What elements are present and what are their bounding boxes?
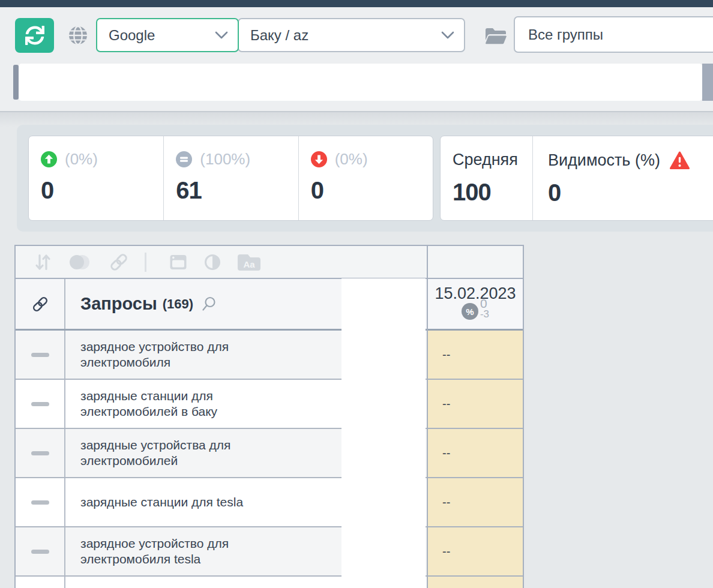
keyword-text: зарядное устройство для электромобиля te… <box>80 536 287 568</box>
down-arrow-circle-icon <box>311 151 327 167</box>
stat-card-up: (0%) 0 <box>29 136 163 220</box>
keyword-text: зарядные устройства для электромобилей <box>80 437 287 469</box>
date-column: 15.02.2023 % 0 -3 -- -- -- -- -- <box>428 245 524 588</box>
position-cell: -- <box>428 527 523 577</box>
scroll-handle-right[interactable] <box>702 64 713 101</box>
chevron-down-icon <box>215 31 228 39</box>
group-select[interactable]: Все группы <box>514 16 713 53</box>
visibility-label: Видимость (%) <box>548 151 660 170</box>
drag-handle[interactable] <box>31 353 49 357</box>
drag-handle[interactable] <box>31 550 49 554</box>
warning-icon[interactable] <box>670 151 690 170</box>
keyword-text: зарядные станции для электромобилей в ба… <box>80 388 287 420</box>
queries-count: (169) <box>163 296 193 312</box>
search-icon[interactable] <box>200 296 217 312</box>
position-change-cards: (0%) 0 (100%) 61 (0%) 0 <box>28 136 433 221</box>
date-label: 15.02.2023 <box>428 284 523 302</box>
link-column-header[interactable] <box>16 279 65 329</box>
drag-handle[interactable] <box>31 451 49 455</box>
average-value: 100 <box>453 179 532 206</box>
position-cell: -- <box>428 380 523 429</box>
hidden-columns-overlay <box>341 278 426 588</box>
position-cell: -- <box>428 478 523 527</box>
columns-icon[interactable] <box>169 254 187 271</box>
change-up-value: 0 <box>480 298 489 310</box>
up-arrow-circle-icon <box>41 151 57 167</box>
stat-card-average: Средняя 100 <box>441 136 532 220</box>
keyword-text: зарядное устройство для электромобиля <box>80 339 287 371</box>
up-percent: (0%) <box>65 150 98 169</box>
filters-toolbar: Google Баку / az Все группы <box>0 7 713 111</box>
percent-badge-icon: % <box>462 303 478 320</box>
region-value: Баку / az <box>250 27 308 44</box>
position-cell-partial <box>428 577 523 588</box>
visibility-value: 0 <box>548 179 713 206</box>
date-change-indicator: % 0 -3 <box>428 303 523 320</box>
change-down-value: -3 <box>480 310 489 319</box>
target-icon[interactable] <box>68 254 92 271</box>
down-value: 0 <box>311 177 433 204</box>
keyword-text: зарядные станции для tesla <box>80 494 287 511</box>
refresh-icon <box>25 26 44 45</box>
stat-card-down: (0%) 0 <box>298 136 433 220</box>
table-toolbar: Aa <box>16 246 427 279</box>
svg-text:Aa: Aa <box>243 259 255 269</box>
folder-icon[interactable] <box>484 26 508 46</box>
chevron-down-icon <box>441 31 454 39</box>
sort-icon[interactable] <box>35 253 51 271</box>
flat-circle-icon <box>176 151 192 167</box>
globe-icon <box>67 25 89 46</box>
refresh-button[interactable] <box>15 18 54 53</box>
position-cell: -- <box>428 331 523 380</box>
summary-stats-panel: (0%) 0 (100%) 61 (0%) 0 Средня <box>17 125 713 232</box>
date-range-strip[interactable] <box>19 64 702 101</box>
letter-case-icon[interactable]: Aa <box>236 252 262 272</box>
average-label: Средняя <box>453 151 532 169</box>
contrast-icon[interactable] <box>204 254 221 271</box>
date-column-header[interactable]: 15.02.2023 % 0 -3 <box>428 279 523 331</box>
position-cell: -- <box>428 429 523 478</box>
date-column-toolbar-spacer <box>428 246 523 279</box>
link-icon <box>31 295 49 313</box>
scroll-handle-left[interactable] <box>13 65 19 100</box>
up-value: 0 <box>41 177 163 204</box>
toolbar-divider <box>145 253 146 272</box>
down-percent: (0%) <box>335 150 368 169</box>
average-visibility-cards: Средняя 100 Видимость (%) 0 <box>440 136 713 221</box>
flat-value: 61 <box>176 177 298 204</box>
search-engine-value: Google <box>109 27 155 44</box>
top-navigation-bar <box>0 0 713 7</box>
flat-percent: (100%) <box>200 150 250 169</box>
search-engine-select[interactable]: Google <box>96 18 239 52</box>
queries-title: Запросы <box>80 294 157 314</box>
drag-handle[interactable] <box>31 500 49 505</box>
stat-card-flat: (100%) 61 <box>163 136 298 220</box>
group-value: Все группы <box>528 26 603 43</box>
drag-handle[interactable] <box>31 402 49 406</box>
link-icon[interactable] <box>109 252 129 272</box>
region-select[interactable]: Баку / az <box>238 18 465 52</box>
stat-card-visibility: Видимость (%) 0 <box>532 136 713 220</box>
